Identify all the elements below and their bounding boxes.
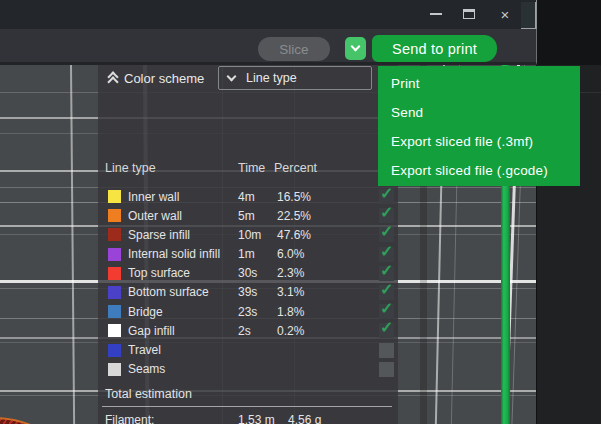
view-mode-dropdown[interactable]: Line type (218, 66, 372, 90)
slice-button[interactable]: Slice (258, 37, 330, 61)
line-type-color-swatch (108, 248, 121, 261)
line-type-label: Seams (128, 362, 165, 376)
menu-item[interactable]: Export sliced file (.3mf) (378, 127, 580, 156)
chevron-double-up-icon[interactable] (106, 72, 122, 87)
check-icon: ✓ (380, 261, 393, 280)
maximize-restore-icon (463, 9, 475, 19)
visibility-checkbox[interactable]: ✓ (379, 285, 394, 300)
visibility-checkbox[interactable]: ✓ (379, 208, 394, 223)
line-type-percent: 16.5% (277, 190, 311, 204)
line-type-label: Gap infill (128, 324, 175, 338)
column-header-time: Time (238, 161, 265, 175)
panel-title: Color scheme (124, 71, 204, 86)
table-row: Seams (98, 360, 398, 379)
line-type-label: Bridge (128, 305, 163, 319)
line-type-time: 30s (238, 266, 257, 280)
table-row: Inner wall 4m 16.5% ✓ (98, 187, 398, 206)
view-mode-selected: Line type (246, 71, 297, 85)
visibility-checkbox[interactable]: ✓ (379, 189, 394, 204)
line-type-time: 10m (238, 228, 261, 242)
line-type-color-swatch (108, 324, 121, 337)
totals-value-secondary: 4.56 g (288, 413, 321, 424)
line-type-label: Outer wall (128, 209, 182, 223)
line-type-time: 2s (238, 324, 251, 338)
visibility-checkbox[interactable]: ✓ (379, 323, 394, 338)
line-type-percent: 22.5% (277, 209, 311, 223)
minimize-icon (430, 13, 442, 15)
line-type-label: Internal solid infill (128, 247, 220, 261)
line-type-percent: 2.3% (277, 266, 304, 280)
visibility-checkbox[interactable]: ✓ (379, 247, 394, 262)
slicer-app-window: Color scheme Line type Line type Time Pe… (0, 0, 601, 424)
toolbar: Slice Send to print (0, 29, 537, 65)
line-type-color-swatch (108, 267, 121, 280)
line-type-color-swatch (108, 344, 121, 357)
line-type-label: Travel (128, 343, 161, 357)
send-to-print-button[interactable]: Send to print (372, 35, 497, 62)
column-header-percent: Percent (274, 161, 317, 175)
line-type-color-swatch (108, 305, 121, 318)
column-header-line-type: Line type (105, 161, 156, 175)
line-type-label: Top surface (128, 266, 190, 280)
line-type-percent: 47.6% (277, 228, 311, 242)
totals-row: Filament: 1.53 m 4.56 g (98, 410, 398, 424)
line-type-percent: 6.0% (277, 247, 304, 261)
table-row: Top surface 30s 2.3% ✓ (98, 264, 398, 283)
line-type-time: 5m (238, 209, 255, 223)
table-row: Internal solid infill 1m 6.0% ✓ (98, 245, 398, 264)
titlebar: × (0, 0, 537, 29)
close-button[interactable]: × (490, 0, 520, 28)
line-type-color-swatch (108, 228, 121, 241)
table-row: Gap infill 2s 0.2% ✓ (98, 321, 398, 340)
menu-item[interactable]: Print (378, 69, 580, 98)
table-row: Outer wall 5m 22.5% ✓ (98, 206, 398, 225)
menu-item[interactable]: Export sliced file (.gcode) (378, 156, 580, 185)
check-icon: ✓ (380, 184, 393, 203)
line-type-color-swatch (108, 286, 121, 299)
totals-value: 1.53 m (238, 413, 275, 424)
check-icon: ✓ (380, 203, 393, 222)
table-row: Travel (98, 341, 398, 360)
chevron-down-icon (351, 42, 361, 52)
window-corner-border (521, 2, 536, 29)
line-type-percent: 0.2% (277, 324, 304, 338)
line-type-label: Bottom surface (128, 285, 209, 299)
color-scheme-header: Color scheme Line type (98, 65, 398, 93)
visibility-checkbox[interactable] (379, 362, 394, 377)
divider (102, 406, 392, 407)
table-row: Bridge 23s 1.8% ✓ (98, 302, 398, 321)
check-icon: ✓ (380, 222, 393, 241)
totals-table: Filament: 1.53 m 4.56 g Prepare time: 1s… (98, 410, 398, 424)
line-type-percent: 3.1% (277, 285, 304, 299)
totals-label: Filament: (105, 413, 154, 424)
line-type-time: 1m (238, 247, 255, 261)
total-estimation-title: Total estimation (105, 387, 192, 401)
visibility-checkbox[interactable]: ✓ (379, 266, 394, 281)
visibility-checkbox[interactable] (379, 343, 394, 358)
visibility-checkbox[interactable]: ✓ (379, 304, 394, 319)
line-type-color-swatch (108, 190, 121, 203)
check-icon: ✓ (380, 280, 393, 299)
sliced-model-disc (0, 417, 90, 424)
line-type-color-swatch (108, 363, 121, 376)
line-type-time: 23s (238, 305, 257, 319)
send-to-print-menu: PrintSendExport sliced file (.3mf)Export… (378, 66, 580, 186)
check-icon: ✓ (380, 242, 393, 261)
line-type-percent: 1.8% (277, 305, 304, 319)
line-type-label: Sparse infill (128, 228, 190, 242)
send-dropdown-button[interactable] (345, 37, 366, 60)
line-type-time: 39s (238, 285, 257, 299)
minimize-button[interactable] (421, 0, 451, 28)
line-type-color-swatch (108, 209, 121, 222)
check-icon: ✓ (380, 299, 393, 318)
line-type-time: 4m (238, 190, 255, 204)
background-behind-window (537, 0, 601, 424)
check-icon: ✓ (380, 318, 393, 337)
visibility-checkbox[interactable]: ✓ (379, 227, 394, 242)
table-row: Sparse infill 10m 47.6% ✓ (98, 225, 398, 244)
line-type-table: Inner wall 4m 16.5% ✓ Outer wall 5m 22.5… (98, 187, 398, 379)
maximize-button[interactable] (454, 0, 484, 28)
close-icon: × (501, 7, 510, 22)
color-scheme-panel: Color scheme Line type Line type Time Pe… (98, 65, 398, 424)
menu-item[interactable]: Send (378, 98, 580, 127)
